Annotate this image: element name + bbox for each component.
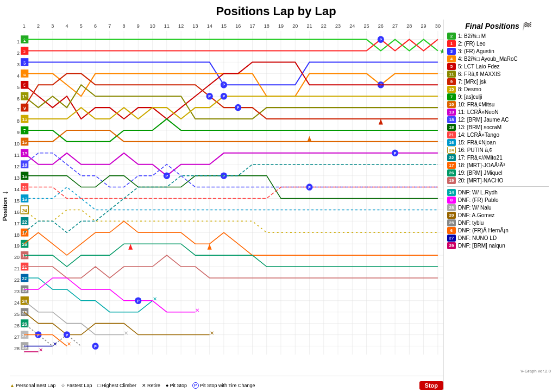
- position-label: 14: LCRÂ»Tango: [458, 132, 499, 138]
- svg-text:P: P: [137, 299, 140, 304]
- dnf-item: 14DNF: W/ L.Rydh: [447, 189, 549, 196]
- chart-svg-container: 1 2 3 4 5 6 7 8 9 10 11 12 13 14 15 16 1: [10, 20, 443, 390]
- svg-text:15: 15: [22, 117, 27, 122]
- svg-text:11: 11: [14, 153, 20, 158]
- legend-position-item: 1920: [MRT]-NACHO: [447, 177, 549, 184]
- dnf-label: DNF: (FR) Pablo: [458, 197, 498, 203]
- position-label: 5: LCT Laio Fdez: [458, 64, 500, 69]
- svg-text:✕: ✕: [53, 341, 57, 347]
- svg-text:1: 1: [23, 38, 26, 43]
- legend-fastest-lap: ☆ Fastest Lap: [61, 383, 92, 388]
- stop-label[interactable]: Stop: [419, 381, 443, 390]
- dnf-badge: 28: [447, 204, 456, 211]
- svg-text:26: 26: [378, 23, 384, 29]
- svg-text:27: 27: [22, 333, 27, 338]
- svg-text:19: 19: [14, 243, 20, 249]
- dnf-label: DNF: tyblu: [458, 220, 484, 226]
- svg-text:10: 10: [150, 23, 155, 29]
- dnf-item: 6DNF: (FR)Â HernÃ¡n: [447, 227, 549, 234]
- legend-position-item: 1718: [MRT]-JOAÃ¹Ã³: [447, 162, 549, 169]
- position-badge: 10: [447, 101, 456, 108]
- svg-text:16: 16: [14, 210, 20, 215]
- svg-text:22: 22: [321, 23, 327, 29]
- svg-text:28: 28: [406, 23, 412, 29]
- svg-text:24: 24: [14, 300, 20, 306]
- dnf-badge: 14: [447, 189, 456, 196]
- legend-panel: Final Positions 🏁 21: B2i¾□ M12: (FR) Le…: [443, 20, 552, 390]
- svg-text:P: P: [94, 344, 97, 349]
- dnf-item: 25DNF: tyblu: [447, 219, 549, 226]
- svg-text:16: 16: [235, 23, 241, 29]
- svg-text:4: 4: [23, 72, 26, 77]
- legend-position-item: 79: [as]culji: [447, 93, 549, 100]
- position-badge: 9: [447, 78, 456, 85]
- legend-position-item: 158: Desmo: [447, 86, 549, 93]
- bottom-legend: ▲ Personal Best Lap ☆ Fastest Lap □ High…: [10, 376, 443, 392]
- final-positions-title: Final Positions 🏁: [447, 22, 549, 30]
- svg-text:17: 17: [14, 221, 20, 226]
- svg-text:27: 27: [14, 334, 20, 340]
- dnf-badge: 20: [447, 212, 456, 219]
- svg-text:8: 8: [123, 23, 126, 29]
- dnf-label: DNF: (FR)Â HernÃ¡n: [458, 227, 509, 233]
- svg-text:14: 14: [207, 23, 212, 29]
- svg-text:27: 27: [392, 23, 398, 29]
- legend-position-item: 55: LCT Laio Fdez: [447, 63, 549, 70]
- position-label: 3: (FR) Agustin: [458, 48, 494, 54]
- svg-text:✕: ✕: [210, 330, 214, 336]
- position-label: 2: (FR) Leo: [458, 41, 486, 47]
- legend-position-item: 1813: [BRM] socraM: [447, 124, 549, 131]
- svg-text:29: 29: [421, 23, 426, 29]
- svg-text:2: 2: [17, 50, 20, 56]
- position-label: 4: B2i¾□ Ayoub_MaRoC: [458, 56, 518, 62]
- dnf-item: 20DNF: A.Gomez: [447, 212, 549, 219]
- svg-text:3: 3: [23, 61, 26, 66]
- svg-text:17: 17: [249, 23, 255, 29]
- svg-text:3: 3: [51, 23, 54, 29]
- svg-text:4: 4: [66, 23, 68, 29]
- position-badge: 21: [447, 131, 456, 138]
- svg-text:19: 19: [22, 254, 27, 258]
- dnf-label: DNF: [BRM] naiqun: [458, 243, 505, 249]
- legend-position-item: 1010: FRâ‚¢Mitsu: [447, 101, 549, 108]
- svg-text:25: 25: [14, 312, 20, 317]
- svg-text:P: P: [66, 333, 68, 338]
- checkered-flag-icon: 🏁: [522, 22, 531, 30]
- position-badge: 3: [447, 48, 456, 55]
- graph-area: Lap → 1 2 3 4 5 6 7 8 9 10: [10, 20, 443, 390]
- svg-text:P: P: [308, 185, 311, 190]
- dnf-item: 27DNF: NUNO LD: [447, 235, 549, 242]
- svg-text:10: 10: [22, 140, 27, 145]
- dnf-label: DNF: A.Gomez: [458, 212, 494, 218]
- svg-text:8: 8: [17, 118, 20, 124]
- svg-text:✕: ✕: [124, 330, 128, 336]
- legend-personal-best: ▲ Personal Best Lap: [10, 383, 55, 388]
- dnf-item: 29DNF: [BRM] naiqun: [447, 242, 549, 249]
- svg-text:P: P: [379, 37, 382, 42]
- position-badge: 22: [447, 154, 456, 161]
- y-axis-label: Position ↓: [0, 20, 10, 390]
- svg-text:7: 7: [108, 23, 111, 29]
- svg-text:9: 9: [137, 23, 140, 29]
- svg-text:P: P: [394, 151, 397, 156]
- svg-text:★: ★: [440, 48, 443, 55]
- legend-position-item: 97: [MRc] jsk: [447, 78, 549, 85]
- svg-text:15: 15: [14, 198, 20, 204]
- svg-text:19: 19: [278, 23, 284, 29]
- legend-position-item: 1812: [BRM] Jaume AC: [447, 116, 549, 123]
- dnf-badge: 6: [447, 227, 456, 234]
- svg-text:6: 6: [17, 96, 20, 101]
- dnf-list: 14DNF: W/ L.Rydh8DNF: (FR) Pablo28DNF: W…: [447, 189, 549, 249]
- svg-text:22: 22: [14, 277, 20, 283]
- position-badge: 11: [447, 71, 456, 78]
- svg-text:22: 22: [22, 219, 27, 224]
- svg-text:11: 11: [164, 23, 170, 29]
- svg-text:7: 7: [17, 107, 20, 112]
- position-badge: 18: [447, 124, 456, 131]
- dnf-item: 28DNF: W/ Nalu: [447, 204, 549, 211]
- position-badge: 4: [447, 55, 456, 62]
- position-badge: 2: [447, 33, 456, 40]
- dnf-label: DNF: W/ Nalu: [458, 205, 492, 211]
- legend-highest-climber: □ Highest Climber: [98, 383, 136, 388]
- legend-position-item: 2619: [BRM] JMiquel: [447, 169, 549, 176]
